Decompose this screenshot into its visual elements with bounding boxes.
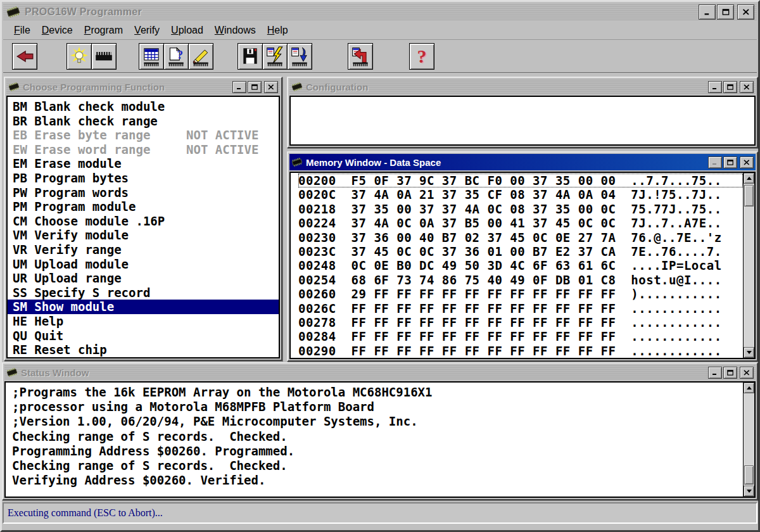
function-item-cm[interactable]: CM Choose module .16P [8, 214, 279, 229]
function-item-um[interactable]: UM Upload module [8, 257, 279, 272]
memory-row-0023C[interactable]: 0023C 37 45 0C 0C 37 36 01 00 B7 E2 37 C… [298, 244, 743, 258]
function-item-pw[interactable]: PW Program words [8, 186, 279, 200]
configuration-window: Configuration [287, 77, 758, 148]
close-button[interactable] [264, 81, 278, 93]
scroll-up-button[interactable] [744, 173, 754, 184]
maximize-button[interactable] [717, 4, 734, 20]
memory-row-00284[interactable]: 00284 FF FF FF FF FF FF FF FF FF FF FF F… [298, 329, 743, 343]
memory-row-00260[interactable]: 00260 29 FF FF FF FF FF FF FF FF FF FF F… [298, 287, 743, 301]
function-item-qu[interactable]: QU Quit [8, 329, 279, 343]
minimize-icon [712, 84, 718, 90]
function-item-br[interactable]: BR Blank check range [8, 114, 279, 129]
function-item-pb[interactable]: PB Program bytes [8, 171, 279, 186]
memory-row-00290[interactable]: 00290 FF FF FF FF FF FF FF FF FF FF FF F… [298, 344, 743, 358]
svg-text:?: ? [177, 48, 184, 61]
minimize-button[interactable] [708, 156, 722, 168]
maximize-button[interactable] [248, 81, 262, 93]
menu-item-program[interactable]: Program [79, 23, 129, 37]
memory-row-00224[interactable]: 00224 37 4A 0C 0A 37 B5 00 41 37 45 0C 0… [298, 216, 743, 230]
function-item-eb[interactable]: EB Erase byte rangeNOT ACTIVE [8, 128, 279, 142]
scrollbar-thumb[interactable] [744, 185, 754, 206]
function-list: BM Blank check moduleBR Blank check rang… [6, 96, 280, 358]
close-button[interactable] [740, 156, 754, 168]
scroll-up-button[interactable] [744, 383, 754, 393]
show-memory-button[interactable] [139, 43, 164, 70]
close-button[interactable] [740, 367, 754, 379]
menu-item-file[interactable]: File [8, 23, 36, 37]
memory-scrollbar[interactable] [743, 173, 754, 358]
memory-row-00254[interactable]: 00254 68 6F 73 74 86 75 40 49 0F DB 01 C… [298, 273, 743, 287]
maximize-button[interactable] [723, 81, 737, 93]
minimize-button[interactable] [708, 367, 722, 379]
minimize-button[interactable] [708, 81, 722, 93]
memory-row-0026C[interactable]: 0026C FF FF FF FF FF FF FF FF FF FF FF F… [298, 301, 743, 315]
function-item-pm[interactable]: PM Program module [8, 200, 279, 214]
memory-row-00218[interactable]: 00218 37 35 00 37 37 4A 0C 08 37 35 00 0… [298, 202, 743, 216]
minimize-button[interactable] [699, 4, 716, 20]
blank-check-doc-icon: ? [166, 46, 186, 67]
scroll-down-button[interactable] [744, 486, 754, 497]
memory-rows: 00200 F5 0F 37 9C 37 BC F0 00 37 35 00 0… [291, 173, 743, 358]
window-chip-icon [291, 157, 303, 167]
arrow-up-icon [747, 386, 752, 390]
memory-row-00248[interactable]: 00248 0C 0E B0 DC 49 50 3D 4C 6F 63 61 6… [298, 258, 743, 272]
function-window-title: Choose Programming Function [23, 82, 165, 92]
minimize-button[interactable] [232, 81, 246, 93]
arrow-down-icon [747, 490, 752, 493]
function-item-bm[interactable]: BM Blank check module [8, 99, 279, 114]
save-floppy-icon [240, 46, 260, 67]
app-window: PROG16W Programmer FileDeviceProgramVeri… [0, 0, 760, 532]
menu-item-help[interactable]: Help [262, 23, 294, 37]
upload-button[interactable] [348, 43, 373, 70]
memory-row-0020C[interactable]: 0020C 37 4A 0A 21 37 35 CF 08 37 4A 0A 0… [298, 187, 743, 201]
scrollbar-thumb[interactable] [744, 466, 754, 484]
status-scrollbar[interactable] [743, 383, 754, 497]
menu-item-windows[interactable]: Windows [209, 23, 262, 37]
chip-button[interactable] [91, 43, 117, 70]
memory-row-00230[interactable]: 00230 37 36 00 40 B7 02 37 45 0C 0E 27 7… [298, 231, 743, 244]
blank-check-button[interactable]: ? [163, 43, 189, 70]
verify-button[interactable] [287, 43, 312, 70]
function-item-he[interactable]: HE Help [8, 314, 279, 329]
memory-window-titlebar[interactable]: Memory Window - Data Space [289, 154, 756, 170]
function-item-vr[interactable]: VR Verify range [8, 243, 279, 257]
main-titlebar[interactable]: PROG16W Programmer [3, 3, 757, 21]
save-button[interactable] [238, 43, 263, 70]
function-window-titlebar[interactable]: Choose Programming Function [6, 79, 280, 94]
maximize-button[interactable] [723, 156, 737, 168]
menu-item-upload[interactable]: Upload [165, 23, 209, 37]
status-window-title: Status Window [21, 367, 89, 378]
erase-button[interactable] [188, 43, 213, 70]
maximize-button[interactable] [723, 367, 737, 379]
function-item-sm[interactable]: SM Show module [8, 300, 279, 314]
help-button[interactable]: ? ? [409, 43, 434, 70]
status-window-titlebar[interactable]: Status Window [4, 365, 756, 380]
toolbar: ? [3, 39, 757, 73]
function-item-re[interactable]: RE Reset chip [8, 343, 279, 357]
function-item-ss[interactable]: SS Specify S record [8, 286, 279, 300]
close-button[interactable] [737, 4, 754, 20]
back-arrow-button[interactable] [12, 43, 37, 70]
window-chip-icon [8, 82, 20, 92]
scroll-down-button[interactable] [744, 347, 754, 358]
menu-item-device[interactable]: Device [36, 23, 79, 37]
function-item-ew[interactable]: EW Erase word rangeNOT ACTIVE [8, 142, 279, 157]
minimize-icon [704, 9, 711, 15]
chip-icon [94, 46, 114, 67]
status-window: Status Window ;Programs the 16k EEPROM A… [2, 362, 758, 500]
bulb-button[interactable] [66, 43, 92, 70]
menu-item-verify[interactable]: Verify [129, 23, 165, 37]
function-item-vm[interactable]: VM Verify module [8, 228, 279, 243]
memory-row-00278[interactable]: 00278 FF FF FF FF FF FF FF FF FF FF FF F… [298, 315, 743, 329]
app-chip-icon [6, 6, 21, 18]
close-button[interactable] [740, 81, 754, 93]
memory-row-00200[interactable]: 00200 F5 0F 37 9C 37 BC F0 00 37 35 00 0… [298, 174, 743, 187]
memory-window: Memory Window - Data Space 00200 F5 0F 3… [287, 151, 758, 362]
function-item-ur[interactable]: UR Upload range [8, 271, 279, 286]
program-button[interactable] [262, 43, 288, 70]
function-item-em[interactable]: EM Erase module [8, 156, 279, 171]
configuration-window-titlebar[interactable]: Configuration [289, 79, 756, 94]
menu-bar: FileDeviceProgramVerifyUploadWindowsHelp [3, 22, 757, 39]
minimize-icon [236, 84, 243, 90]
maximize-icon [727, 160, 733, 165]
